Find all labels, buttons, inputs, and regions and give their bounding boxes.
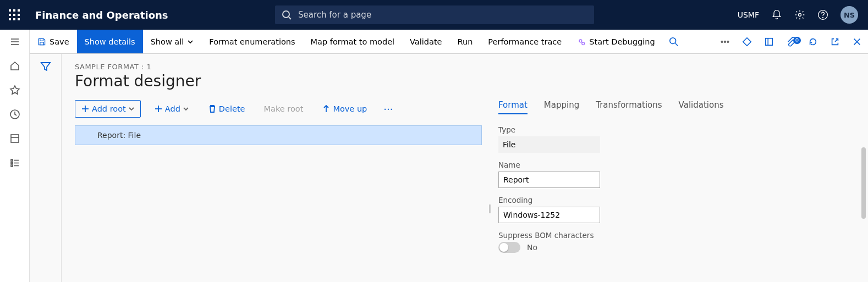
- svg-point-12: [727, 41, 729, 42]
- move-up-button[interactable]: Move up: [316, 100, 372, 118]
- show-details-label: Show details: [85, 37, 135, 46]
- tree-panel: Add root Add Delete Make root: [75, 100, 482, 261]
- svg-point-11: [724, 41, 726, 42]
- add-button[interactable]: Add: [149, 100, 195, 118]
- performance-trace-button[interactable]: Performance trace: [480, 30, 569, 53]
- office-button[interactable]: [758, 37, 780, 47]
- search-placeholder: Search for a page: [298, 10, 371, 20]
- tab-mapping[interactable]: Mapping: [544, 97, 579, 114]
- bom-label: Suppress BOM characters: [498, 231, 849, 240]
- app-title: Finance and Operations: [35, 9, 168, 21]
- filter-column: [30, 54, 62, 282]
- show-details-button[interactable]: Show details: [77, 30, 143, 53]
- workspaces-icon[interactable]: [9, 133, 20, 144]
- run-button[interactable]: Run: [450, 30, 481, 53]
- hamburger-icon[interactable]: [9, 36, 20, 47]
- plus-icon: [81, 104, 90, 113]
- office-icon: [764, 37, 774, 47]
- more-button[interactable]: [714, 37, 736, 47]
- modules-icon[interactable]: [9, 157, 20, 168]
- tab-validations[interactable]: Validations: [679, 97, 724, 114]
- scrollbar[interactable]: [861, 147, 866, 219]
- left-rail: [0, 30, 30, 282]
- search-input[interactable]: Search for a page: [275, 5, 594, 24]
- chevron-down-icon: [183, 106, 189, 112]
- svg-rect-13: [766, 38, 773, 45]
- diamond-icon: [742, 37, 752, 47]
- home-icon[interactable]: [9, 60, 20, 71]
- svg-rect-26: [11, 165, 13, 167]
- encoding-input[interactable]: [498, 207, 600, 223]
- splitter[interactable]: ‖: [487, 100, 493, 261]
- validate-button[interactable]: Validate: [402, 30, 449, 53]
- svg-rect-22: [11, 135, 19, 142]
- save-icon: [37, 37, 46, 46]
- field-bom: Suppress BOM characters No: [498, 231, 849, 253]
- svg-point-4: [823, 18, 823, 18]
- company-code[interactable]: USMF: [738, 10, 759, 19]
- tree-more-button[interactable]: ···: [380, 103, 396, 115]
- svg-point-8: [669, 37, 675, 43]
- breadcrumb: SAMPLE FORMAT : 1: [75, 63, 855, 71]
- header-right: USMF NS: [738, 6, 862, 24]
- delete-button[interactable]: Delete: [202, 100, 251, 118]
- filter-icon[interactable]: [40, 60, 52, 73]
- command-bar: Save Show details Show all Format enumer…: [0, 30, 868, 54]
- field-type: Type File: [498, 125, 849, 153]
- show-all-label: Show all: [151, 37, 184, 46]
- name-input[interactable]: [498, 172, 600, 188]
- save-button[interactable]: Save: [30, 30, 77, 53]
- help-icon[interactable]: [817, 9, 828, 20]
- refresh-button[interactable]: [802, 37, 824, 47]
- attachments-badge: 0: [793, 37, 801, 44]
- bom-toggle[interactable]: [498, 242, 520, 253]
- star-icon[interactable]: [9, 85, 20, 96]
- tree-row-report[interactable]: Report: File: [75, 125, 482, 145]
- trash-icon: [208, 104, 217, 113]
- map-format-button[interactable]: Map format to model: [303, 30, 403, 53]
- recent-icon[interactable]: [9, 109, 20, 120]
- show-all-button[interactable]: Show all: [143, 30, 202, 53]
- tab-format[interactable]: Format: [498, 97, 528, 114]
- avatar[interactable]: NS: [840, 6, 858, 24]
- search-icon: [669, 37, 679, 47]
- popout-icon: [830, 37, 840, 47]
- props-tabs: Format Mapping Transformations Validatio…: [498, 97, 849, 114]
- find-button[interactable]: [663, 30, 685, 53]
- svg-line-9: [675, 43, 678, 46]
- plus-icon: [154, 104, 163, 113]
- add-root-button[interactable]: Add root: [75, 100, 141, 118]
- field-name: Name: [498, 161, 849, 188]
- svg-line-1: [289, 17, 291, 19]
- tree-toolbar: Add root Add Delete Make root: [75, 100, 482, 118]
- debug-icon: [577, 37, 586, 46]
- make-root-button: Make root: [259, 100, 309, 118]
- svg-point-2: [799, 14, 801, 16]
- toolbar-right: 0: [714, 30, 868, 53]
- arrow-up-icon: [322, 104, 331, 113]
- svg-rect-24: [11, 159, 13, 161]
- close-icon: [852, 37, 862, 47]
- waffle-icon[interactable]: [9, 9, 20, 20]
- bell-icon[interactable]: [771, 9, 782, 20]
- properties-panel: Format Mapping Transformations Validatio…: [498, 100, 855, 261]
- search-icon: [282, 10, 292, 20]
- attachments-button[interactable]: 0: [780, 37, 802, 47]
- refresh-icon: [808, 37, 818, 47]
- diamond-button[interactable]: [736, 37, 758, 47]
- columns: Add root Add Delete Make root: [75, 100, 855, 261]
- field-encoding: Encoding: [498, 196, 849, 223]
- main: SAMPLE FORMAT : 1 Format designer Add ro…: [62, 54, 868, 282]
- more-icon: [720, 37, 730, 47]
- chevron-down-icon: [128, 106, 135, 112]
- svg-point-10: [721, 41, 723, 42]
- type-label: Type: [498, 125, 849, 134]
- popout-button[interactable]: [824, 37, 846, 47]
- gear-icon[interactable]: [794, 9, 805, 20]
- close-button[interactable]: [846, 37, 868, 47]
- page-title: Format designer: [75, 72, 855, 90]
- tab-transformations[interactable]: Transformations: [596, 97, 662, 114]
- start-debugging-button[interactable]: Start Debugging: [569, 30, 662, 53]
- format-enumerations-button[interactable]: Format enumerations: [201, 30, 303, 53]
- type-value: File: [498, 136, 600, 153]
